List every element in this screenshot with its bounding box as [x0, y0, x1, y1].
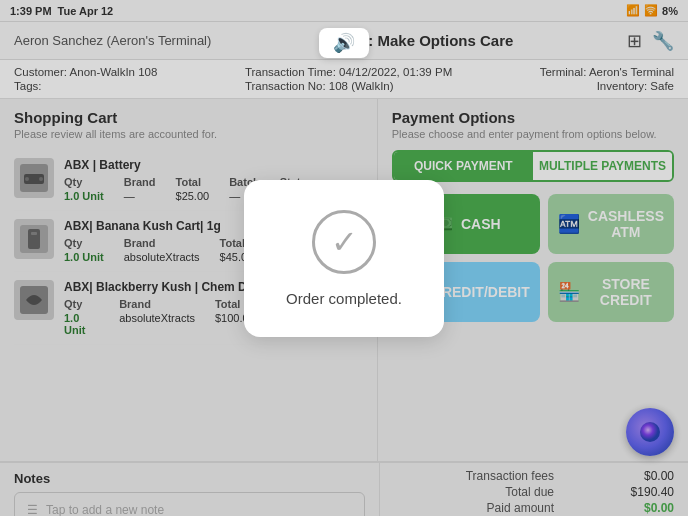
order-complete-card: ✓ Order completed. [244, 180, 444, 337]
checkmark-icon: ✓ [331, 223, 358, 261]
volume-icon: 🔊 [333, 33, 355, 53]
order-complete-text: Order completed. [286, 290, 402, 307]
checkmark-circle: ✓ [312, 210, 376, 274]
order-complete-overlay: ✓ Order completed. [0, 0, 688, 516]
volume-indicator: 🔊 [319, 28, 369, 58]
